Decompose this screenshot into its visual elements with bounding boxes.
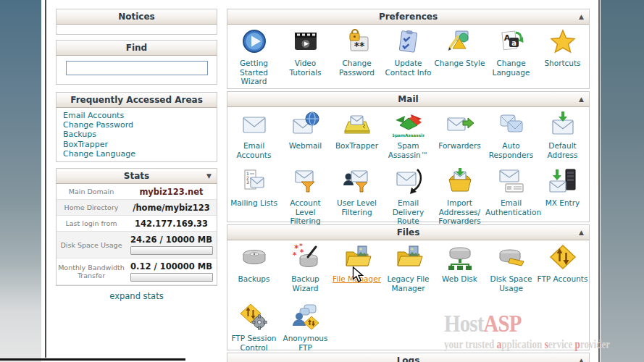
app-item-label: Disk Space Usage [485, 274, 537, 292]
stat-row-home-directory: Home Directory/home/mybiz123 [57, 200, 217, 216]
stats-header[interactable]: Stats ▼ [57, 169, 217, 184]
sidebar-link-backups[interactable]: Backups [63, 130, 217, 139]
app-item-mx-entry[interactable]: MX Entry [537, 167, 588, 208]
section-header-files[interactable]: Files▲ [227, 225, 589, 240]
account-filter-icon [280, 167, 331, 197]
spam-assassin-icon: SpamAssassin [382, 109, 434, 140]
app-item-label: Anonymous FTP [280, 334, 331, 352]
section-body: Backups****Backup WizardFile ManagerLega… [227, 240, 589, 350]
app-item-account-level-filtering[interactable]: Account Level Filtering [280, 167, 331, 226]
app-item-ftp-accounts[interactable]: FTP Accounts [537, 243, 588, 284]
forwarders-icon [434, 109, 485, 140]
section-files: Files▲Backups****Backup WizardFile Manag… [227, 224, 590, 350]
chevron-up-icon[interactable]: ▲ [579, 225, 584, 240]
app-item-email-authentication[interactable]: Email Authentication [485, 167, 537, 216]
mx-entry-icon [537, 167, 588, 197]
app-item-auto-responders[interactable]: Auto Responders [485, 109, 537, 159]
app-item-update-contact-info[interactable]: Update Contact Info [382, 27, 434, 77]
svg-text:SpamAssassin: SpamAssassin [393, 133, 425, 138]
app-item-backups[interactable]: Backups [228, 243, 280, 284]
app-item-getting-started-wizard[interactable]: Getting Started Wizard [228, 27, 280, 86]
stats-panel: Stats ▼ Main Domainmybiz123.netHome Dire… [56, 168, 217, 286]
stat-value: 24.26 / 10000 MB [126, 235, 217, 255]
app-item-legacy-file-manager[interactable]: Legacy File Manager [382, 243, 434, 292]
app-item-video-tutorials[interactable]: Video Tutorials [280, 27, 331, 77]
find-panel: Find [56, 40, 217, 85]
auto-responders-icon [485, 109, 537, 140]
icon-row: Email AccountsWebmailBoxTrapperSpamAssas… [227, 107, 589, 164]
app-item-label: Video Tutorials [280, 59, 331, 77]
app-item-label: Shortcuts [537, 59, 588, 68]
app-item-email-delivery-route[interactable]: Email Delivery Route [382, 167, 434, 226]
update-contact-icon [382, 27, 434, 57]
mailing-lists-icon: 123 [228, 167, 280, 197]
app-item-label: Web Disk [434, 274, 485, 284]
chevron-down-icon[interactable]: ▼ [206, 169, 212, 183]
section-header-logs[interactable]: Logs▲ [227, 353, 589, 362]
section-header-mail[interactable]: Mail▲ [227, 92, 589, 107]
app-item-label: Email Delivery Route [382, 198, 434, 226]
app-item-anonymous-ftp[interactable]: Anonymous FTP [280, 302, 331, 352]
app-item-label: Change Style [434, 59, 485, 68]
left-divider-line [45, 0, 46, 358]
app-item-webmail[interactable]: Webmail [280, 109, 331, 151]
app-item-web-disk[interactable]: Web Disk [434, 243, 485, 284]
stat-label: Main Domain [57, 186, 126, 197]
chevron-up-icon[interactable]: ▲ [579, 9, 584, 24]
expand-stats-link[interactable]: expand stats [56, 291, 217, 301]
section-preferences: Preferences▲Getting Started WizardVideo … [227, 9, 590, 89]
svg-text:a: a [511, 39, 517, 47]
stat-value-text: mybiz123.net [126, 187, 217, 197]
app-item-backup-wizard[interactable]: ****Backup Wizard [280, 243, 331, 292]
find-search-input[interactable] [66, 61, 208, 75]
app-item-spam-assassin[interactable]: SpamAssassinSpam Assassin™ [382, 109, 434, 159]
chevron-up-icon[interactable]: ▲ [579, 92, 584, 106]
stat-label: Home Directory [57, 202, 126, 213]
app-item-ftp-session-control[interactable]: FTP Session Control [228, 302, 280, 352]
section-header-preferences[interactable]: Preferences▲ [227, 9, 589, 25]
section-body: Getting Started WizardVideo Tutorials**C… [227, 25, 589, 88]
section-logs: Logs▲ [227, 353, 590, 362]
change-password-icon: ** [331, 27, 382, 57]
app-item-user-level-filtering[interactable]: User Level Filtering [331, 167, 382, 216]
video-tutorials-icon [280, 27, 331, 57]
section-title: Files [397, 227, 420, 237]
sidebar-link-change-language[interactable]: Change Language [63, 149, 217, 159]
app-item-email-accounts[interactable]: Email Accounts [228, 109, 280, 159]
stat-value: 0.12 / 100000 MB [126, 261, 217, 282]
app-item-label: Webmail [280, 141, 331, 151]
section-title: Mail [398, 94, 418, 104]
app-item-change-password[interactable]: **Change Password [331, 27, 382, 77]
sidebar-link-change-password[interactable]: Change Password [63, 120, 217, 130]
app-item-boxtrapper[interactable]: BoxTrapper [331, 109, 382, 151]
notices-title: Notices [118, 12, 155, 22]
app-item-label: Auto Responders [485, 141, 537, 159]
app-item-change-language[interactable]: AaChange Language [485, 27, 537, 77]
import-addresses-icon [434, 167, 485, 197]
app-item-label: Email Accounts [228, 141, 280, 159]
svg-text:*: * [299, 243, 303, 250]
app-item-label: Spam Assassin™ [382, 141, 434, 159]
getting-started-icon [228, 27, 280, 57]
app-item-disk-space-usage[interactable]: Disk Space Usage [485, 243, 537, 292]
sidebar-link-email-accounts[interactable]: Email Accounts [63, 111, 217, 120]
app-item-label: Email Authentication [485, 198, 537, 216]
app-item-forwarders[interactable]: Forwarders [434, 109, 485, 151]
user-filter-icon [331, 167, 382, 197]
sidebar-link-boxtrapper[interactable]: BoxTrapper [63, 140, 217, 149]
app-item-import-addresses-forwarders[interactable]: Import Addresses/ Forwarders [434, 167, 485, 226]
chevron-up-icon[interactable]: ▲ [579, 353, 584, 362]
app-item-default-address[interactable]: Default Address [537, 109, 588, 159]
app-item-label: Forwarders [434, 141, 485, 151]
shortcuts-icon [537, 27, 588, 57]
app-item-label: MX Entry [537, 198, 588, 208]
app-item-file-manager[interactable]: File Manager [331, 243, 382, 284]
app-item-mailing-lists[interactable]: 123Mailing Lists [228, 167, 280, 208]
stat-label: Monthly Bandwidth Transfer [57, 262, 126, 281]
app-item-shortcuts[interactable]: Shortcuts [537, 27, 588, 68]
frequently-accessed-title: Frequently Accessed Areas [70, 95, 203, 105]
app-item-label: Default Address [537, 141, 588, 159]
web-disk-icon [434, 243, 485, 273]
stat-value: mybiz123.net [126, 187, 217, 197]
app-item-change-style[interactable]: Change Style [434, 27, 485, 68]
